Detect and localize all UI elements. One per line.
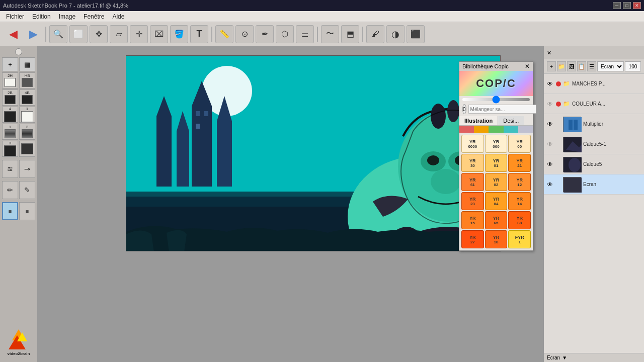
add-folder-button[interactable]: 📁	[557, 61, 566, 71]
brush-4b[interactable]: 4B	[19, 89, 35, 106]
layer-ecran[interactable]: 👁 Ecran	[544, 174, 644, 195]
eye-manches[interactable]: 👁	[546, 80, 554, 88]
menu-fenetre[interactable]: Fenêtre	[79, 12, 108, 21]
swatch-yr21[interactable]: YR21	[508, 154, 531, 172]
back-arrow-button[interactable]: ◀	[4, 25, 22, 43]
swatch-yr01[interactable]: YR01	[485, 154, 508, 172]
eye-multiplier[interactable]: 👁	[546, 120, 554, 128]
brush-2h[interactable]: 2H	[2, 72, 18, 88]
brush-2b[interactable]: 2B	[2, 89, 18, 106]
swatch-yr12[interactable]: YR12	[508, 173, 531, 191]
copic-slider[interactable]	[462, 98, 530, 101]
opacity-input[interactable]	[625, 61, 641, 71]
swatch-yr02[interactable]: YR02	[485, 173, 508, 191]
brush-swatch-sp	[21, 143, 33, 154]
stamp-button[interactable]: ⬒	[341, 25, 359, 43]
symmetry-button[interactable]: ⚌	[296, 25, 314, 43]
layers-menu-button[interactable]: ☰	[587, 61, 596, 71]
swatch-yr68[interactable]: YR68	[508, 211, 531, 229]
svg-rect-4	[177, 131, 189, 187]
swatch-yr30[interactable]: YR30	[461, 154, 484, 172]
toolbar-separator-1	[45, 27, 46, 42]
add-layer-btn[interactable]: +	[2, 57, 18, 71]
active-brush-1[interactable]: ≡	[2, 202, 18, 220]
bottom-bar-arrow[interactable]: ▼	[562, 355, 567, 360]
smear-tool[interactable]: ≋	[2, 160, 18, 178]
tab-design[interactable]: Desi...	[498, 116, 524, 125]
brush-special[interactable]	[19, 141, 35, 157]
swatch-yr23[interactable]: YR23	[461, 192, 484, 210]
menu-edition[interactable]: Edition	[28, 12, 55, 21]
minimize-button[interactable]: ─	[613, 2, 621, 9]
brush-alt2[interactable]: ✎	[19, 181, 35, 199]
grid-btn[interactable]: ▦	[19, 57, 35, 71]
brush-hb[interactable]: HB	[19, 72, 35, 88]
duplicate-layer-button[interactable]: 📋	[577, 61, 586, 71]
ruler-button[interactable]: 📏	[215, 25, 233, 43]
ellipse-button[interactable]: ⊙	[235, 25, 254, 43]
zoom-button[interactable]: 🔍	[49, 25, 67, 43]
add-layer-button[interactable]: +	[547, 61, 556, 71]
drawing-canvas[interactable]	[126, 55, 501, 251]
maximize-button[interactable]: □	[623, 2, 631, 9]
swatch-yr15[interactable]: YR15	[461, 211, 484, 229]
tab-illustration[interactable]: Illustration	[459, 116, 498, 125]
menu-image[interactable]: Image	[55, 12, 79, 21]
brush-label-1: 1	[9, 125, 11, 129]
move-button[interactable]: ✛	[130, 25, 148, 43]
blend-mode-select[interactable]: Ecran	[597, 61, 624, 71]
forward-arrow-button[interactable]: ▶	[24, 25, 42, 43]
layer-manches[interactable]: 👁 📁 MANCHES P...	[544, 74, 644, 94]
brush-2[interactable]: 2	[19, 124, 35, 140]
select-rect-button[interactable]: ⬜	[69, 25, 88, 43]
blur-tool[interactable]: ⊸	[19, 160, 35, 178]
mixer-input[interactable]	[468, 105, 536, 114]
brush-1s[interactable]: 1	[19, 107, 35, 123]
layer-calque5-1[interactable]: 👁 Calque5-1	[544, 134, 644, 154]
mixer-circle[interactable]: 0	[462, 104, 466, 114]
transform-button[interactable]: ✥	[90, 25, 108, 43]
close-button[interactable]: ✕	[633, 2, 641, 9]
perspective-button[interactable]: ▱	[110, 25, 128, 43]
eye-couleur[interactable]: 👁	[546, 100, 554, 108]
close-panel-icon[interactable]: ✕	[547, 50, 551, 56]
swatch-yr14[interactable]: YR14	[508, 192, 531, 210]
layer-name-couleur: COULEUR A...	[572, 101, 642, 107]
color-wheel-button[interactable]: ◑	[386, 25, 405, 43]
eye-calque5[interactable]: 👁	[546, 160, 554, 168]
shape-button[interactable]: ⬡	[276, 25, 294, 43]
color-palette-button[interactable]: ⬛	[407, 25, 425, 43]
crop-button[interactable]: ⌧	[150, 25, 168, 43]
blend-button[interactable]: 〜	[321, 25, 339, 43]
swatch-yr04[interactable]: YR04	[485, 192, 508, 210]
brush-4[interactable]: 4	[2, 107, 18, 123]
swatch-yr000[interactable]: YR000	[485, 135, 508, 153]
brush-1[interactable]: 1	[2, 124, 18, 140]
brush-alt1[interactable]: ✏	[2, 181, 18, 199]
eye-calque5-1[interactable]: 👁	[546, 140, 554, 148]
active-brush-2[interactable]: ≡	[19, 202, 35, 220]
brush-button[interactable]: 🖌	[366, 25, 384, 43]
pen-button[interactable]: ✒	[256, 25, 274, 43]
swatch-yr00[interactable]: YR00	[508, 135, 531, 153]
fill-button[interactable]: 🪣	[170, 25, 188, 43]
main-area: + ▦ 2H HB 2B 4B 4	[0, 46, 644, 362]
layer-calque5[interactable]: 👁 Calque5	[544, 154, 644, 174]
brush-3[interactable]: 3	[2, 141, 18, 157]
layer-couleur[interactable]: 👁 📁 COULEUR A...	[544, 94, 644, 114]
eye-ecran[interactable]: 👁	[546, 180, 554, 189]
swatch-yr61[interactable]: YR61	[461, 173, 484, 191]
swatch-yr18[interactable]: YR18	[485, 230, 508, 248]
copic-close-button[interactable]: ✕	[525, 63, 530, 70]
add-image-button[interactable]: 🖼	[567, 61, 576, 71]
panel-toggle[interactable]	[15, 48, 22, 55]
swatch-yr65[interactable]: YR65	[485, 211, 508, 229]
text-button[interactable]: T	[190, 25, 208, 43]
menu-aide[interactable]: Aide	[108, 12, 128, 21]
swatch-yr27[interactable]: YR27	[461, 230, 484, 248]
menu-fichier[interactable]: Fichier	[2, 12, 28, 21]
swatch-yr0000[interactable]: YR0000	[461, 135, 484, 153]
copic-mixer-row: 0	[459, 103, 533, 116]
layer-multiplier[interactable]: 👁 Multiplier	[544, 114, 644, 134]
swatch-fyr1[interactable]: FYR1	[508, 230, 531, 248]
